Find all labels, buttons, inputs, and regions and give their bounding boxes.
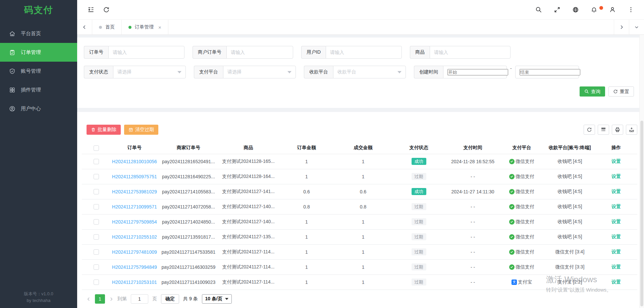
tab-close-icon[interactable]: × — [158, 25, 161, 30]
merchant-order-cell: pay2024112816490225... — [158, 169, 219, 184]
row-settings-link[interactable]: 设置 — [611, 234, 621, 239]
filter-payment-status: 支付状态 请选择 — [84, 66, 186, 78]
notifications-bell-icon[interactable] — [590, 6, 598, 13]
status-cell: 成功 — [391, 154, 447, 169]
row-checkbox[interactable] — [94, 264, 99, 270]
paid-amount-cell: 1 — [335, 259, 391, 274]
goto-page-input[interactable] — [131, 294, 148, 304]
sidebar-item-plugin-management[interactable]: 插件管理 — [0, 80, 77, 99]
batch-delete-button[interactable]: 批量删除 — [87, 125, 121, 135]
row-settings-link[interactable]: 设置 — [611, 204, 621, 209]
row-settings-link[interactable]: 设置 — [611, 264, 621, 269]
checkbox-cell — [82, 244, 111, 259]
row-checkbox[interactable] — [94, 219, 99, 225]
topbar — [77, 0, 644, 20]
clear-expired-button[interactable]: 清空过期 — [124, 125, 158, 135]
row-checkbox[interactable] — [94, 280, 99, 285]
order-number-cell: H2024112797481009 — [111, 244, 158, 259]
sidebar-item-order-management[interactable]: 订单管理 — [0, 43, 77, 62]
platform-cell: 微信支付 — [499, 154, 544, 169]
user-avatar-icon[interactable] — [609, 6, 616, 13]
refresh-page-icon[interactable] — [103, 6, 110, 13]
total-count-label: 共 9 条 — [183, 296, 198, 302]
product-cell: 支付测试20241127-114... — [219, 259, 278, 274]
row-checkbox[interactable] — [94, 234, 99, 240]
row-checkbox[interactable] — [94, 174, 99, 179]
create-time-start-input[interactable] — [447, 69, 508, 75]
platform-name: 微信支付 — [516, 189, 534, 195]
order-number-link[interactable]: H2024112797509854 — [112, 219, 157, 225]
filter-order-number: 订单号 — [84, 46, 184, 59]
row-checkbox[interactable] — [94, 189, 99, 194]
row-settings-link[interactable]: 设置 — [611, 174, 621, 179]
language-globe-icon[interactable] — [572, 6, 579, 13]
prev-page-icon[interactable] — [87, 297, 91, 301]
table-refresh-icon[interactable] — [584, 125, 595, 135]
order-number-cell: H2024112753981029 — [111, 184, 158, 199]
row-settings-link[interactable]: 设置 — [611, 249, 621, 254]
app-window: 码支付 平台首页 订单管理 账号管理 插件管理 用户中心 — [0, 0, 644, 308]
row-settings-link[interactable]: 设置 — [611, 159, 621, 164]
export-icon[interactable] — [626, 125, 637, 135]
tabs-scroll-left-icon[interactable] — [77, 20, 92, 35]
wechat-pay-icon — [509, 249, 515, 255]
tab-order-management[interactable]: 订单管理 × — [122, 20, 168, 35]
scrollbar-thumb[interactable] — [640, 121, 643, 306]
field-label: 创建时间 — [414, 66, 443, 78]
order-amount-cell: 1 — [278, 229, 335, 244]
column-settings-icon[interactable] — [598, 125, 609, 135]
goto-confirm-button[interactable]: 确定 — [161, 294, 179, 304]
platform-name: 微信支付 — [516, 174, 534, 180]
row-checkbox[interactable] — [94, 249, 99, 255]
tabs-scroll-right-icon[interactable] — [614, 20, 629, 35]
order-number-link[interactable]: H2024112797481009 — [112, 249, 157, 255]
receiving-platform-select[interactable]: 收款平台 — [333, 66, 406, 78]
order-number-link[interactable]: H2024112710099571 — [112, 204, 157, 209]
reset-button[interactable]: 重置 — [608, 86, 634, 97]
sidebar-item-platform-home[interactable]: 平台首页 — [0, 24, 77, 43]
order-number-link[interactable]: H2024112710253101 — [112, 280, 157, 285]
tabs-collapse-icon[interactable] — [629, 20, 644, 35]
row-checkbox[interactable] — [94, 159, 99, 164]
fullscreen-icon[interactable] — [553, 6, 561, 13]
order-number-cell: H2024112850975751 — [111, 169, 158, 184]
page-number-active[interactable]: 1 — [95, 294, 105, 304]
search-button[interactable]: 查询 — [580, 86, 605, 97]
order-number-link[interactable]: H2024112850975751 — [112, 174, 157, 179]
order-number-link[interactable]: H2024112810010056 — [112, 159, 157, 164]
sidebar-item-user-center[interactable]: 用户中心 — [0, 99, 77, 118]
row-checkbox[interactable] — [94, 204, 99, 209]
create-time-end-input[interactable] — [520, 69, 580, 75]
page-scrollbar[interactable] — [639, 35, 644, 308]
row-settings-link[interactable]: 设置 — [611, 219, 621, 224]
select-all-checkbox[interactable] — [94, 145, 99, 151]
user-id-input[interactable] — [330, 50, 397, 55]
order-number-link[interactable]: H2024112757994849 — [112, 264, 157, 270]
next-page-icon[interactable] — [109, 297, 113, 301]
order-number-input[interactable] — [113, 50, 180, 55]
product-input[interactable] — [434, 50, 506, 55]
payment-status-select[interactable]: 请选择 — [113, 66, 186, 78]
column-order-amount: 订单金额 — [278, 142, 335, 154]
app-logo: 码支付 — [0, 0, 77, 20]
tab-home[interactable]: 首页 — [92, 20, 122, 35]
payment-platform-select[interactable]: 请选择 — [223, 66, 296, 78]
row-settings-link[interactable]: 设置 — [611, 189, 621, 194]
actions-cell: 设置 — [595, 274, 637, 290]
merchant-order-cell: pay2024112714105583... — [158, 184, 219, 199]
more-options-icon[interactable] — [627, 6, 635, 13]
product-cell: 支付测试20241127-140... — [219, 214, 278, 229]
status-cell: 过期 — [391, 229, 447, 244]
sidebar-fold-icon[interactable] — [87, 6, 95, 13]
merchant-order-number-input[interactable] — [231, 50, 289, 55]
sidebar-item-account-management[interactable]: 账号管理 — [0, 62, 77, 80]
search-icon[interactable] — [535, 6, 542, 13]
row-settings-link[interactable]: 设置 — [611, 279, 621, 285]
print-icon[interactable] — [612, 125, 623, 135]
status-cell: 过期 — [391, 274, 447, 290]
page-size-select[interactable]: 10 条/页 — [202, 294, 232, 304]
order-number-link[interactable]: H2024112753981029 — [112, 189, 157, 194]
order-number-link[interactable]: H2024112710255102 — [112, 234, 157, 240]
order-amount-cell: 1 — [278, 169, 335, 184]
field-label: 支付平台 — [194, 66, 223, 78]
